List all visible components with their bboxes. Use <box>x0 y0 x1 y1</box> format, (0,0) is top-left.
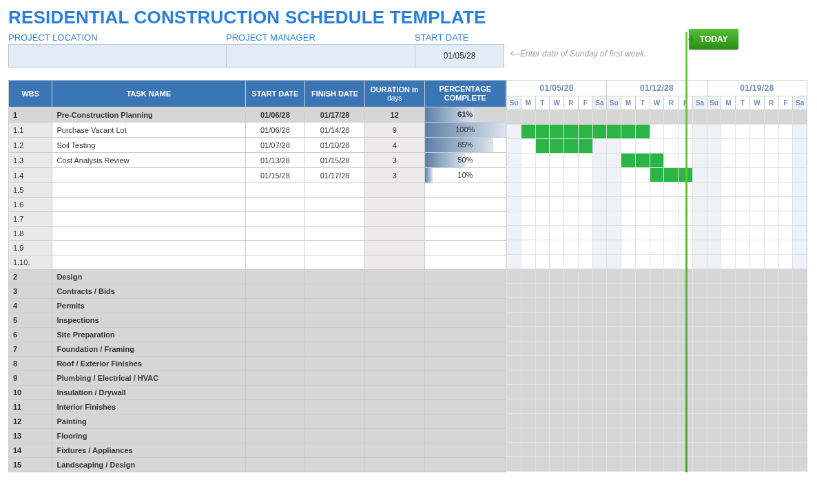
gantt-row[interactable] <box>506 211 807 226</box>
table-row[interactable]: 5Inspections <box>9 313 506 328</box>
gantt-day-header: Sa <box>792 96 807 110</box>
gantt-row[interactable] <box>506 313 807 327</box>
gantt-day-header: W <box>749 96 764 110</box>
table-row[interactable]: 1.3Cost Analysis Review01/13/2801/15/283… <box>9 153 506 168</box>
gantt-row[interactable] <box>506 414 807 428</box>
gantt-row[interactable] <box>506 298 807 313</box>
table-row[interactable]: 1.9 <box>9 241 506 255</box>
table-row[interactable]: 1.401/15/2801/17/28310% <box>9 168 506 183</box>
table-row[interactable]: 13Flooring <box>9 429 506 443</box>
col-start[interactable]: START DATE <box>245 81 305 107</box>
gantt-row[interactable] <box>506 399 807 414</box>
project-manager-label: PROJECT MANAGER <box>226 31 415 44</box>
table-row[interactable]: 1.1Purchase Vacant Lot01/06/2801/14/2891… <box>9 123 506 138</box>
table-row[interactable]: 3Contracts / Bids <box>9 284 506 299</box>
gantt-chart[interactable]: 01/05/2801/12/2801/19/28 SuMTWRFSaSuMTWR… <box>506 80 807 472</box>
col-finish[interactable]: FINISH DATE <box>305 81 365 107</box>
gantt-day-header: Sa <box>592 96 607 110</box>
gantt-day-header: M <box>621 96 635 110</box>
table-row[interactable]: 4Permits <box>9 299 506 313</box>
gantt-day-header: M <box>521 96 535 110</box>
col-wbs[interactable]: WBS <box>9 81 52 107</box>
table-row[interactable]: 7Foundation / Framing <box>9 342 506 357</box>
table-row[interactable]: 12Painting <box>9 414 506 429</box>
task-table[interactable]: WBS TASK NAME START DATE FINISH DATE DUR… <box>8 80 506 472</box>
today-line <box>685 32 687 472</box>
gantt-row[interactable] <box>506 240 807 255</box>
table-row[interactable]: 14Fixtures / Appliances <box>9 443 506 458</box>
gantt-day-header: T <box>635 96 650 110</box>
gantt-week-header: 01/12/28 <box>606 81 706 96</box>
gantt-week-header: 01/05/28 <box>506 81 606 96</box>
col-task[interactable]: TASK NAME <box>52 81 245 107</box>
table-row[interactable]: 1.10. <box>9 255 506 270</box>
gantt-row[interactable] <box>506 154 807 168</box>
gantt-row[interactable] <box>506 139 807 154</box>
gantt-day-header: W <box>549 96 563 110</box>
table-row[interactable]: 1.5 <box>9 183 506 198</box>
col-duration[interactable]: DURATION indays <box>364 81 424 107</box>
gantt-row[interactable] <box>506 385 807 399</box>
table-row[interactable]: 15Landscaping / Design <box>9 458 506 472</box>
gantt-day-header: W <box>650 96 664 110</box>
gantt-row[interactable] <box>506 125 807 139</box>
table-row[interactable]: 6Site Preparation <box>9 328 506 342</box>
page-title: RESIDENTIAL CONSTRUCTION SCHEDULE TEMPLA… <box>8 7 809 28</box>
gantt-week-header: 01/19/28 <box>707 81 807 96</box>
gantt-day-header: T <box>535 96 550 110</box>
gantt-day-header: R <box>563 96 578 110</box>
table-row[interactable]: 10Insulation / Drywall <box>9 386 506 400</box>
table-row[interactable]: 9Plumbing / Electrical / HVAC <box>9 371 506 386</box>
table-row[interactable]: 1.2Soil Testing01/07/2801/10/28485% <box>9 138 506 153</box>
gantt-row[interactable] <box>506 168 807 182</box>
project-location-input[interactable] <box>8 44 226 67</box>
gantt-row[interactable] <box>506 284 807 298</box>
gantt-row[interactable] <box>506 327 807 342</box>
table-row[interactable]: 1.8 <box>9 227 506 241</box>
gantt-row[interactable] <box>506 197 807 211</box>
today-flag: TODAY <box>689 29 738 50</box>
table-row[interactable]: 2Design <box>9 270 506 284</box>
start-date-label: START DATE <box>415 31 504 44</box>
gantt-day-header: F <box>578 96 592 110</box>
col-percent[interactable]: PERCENTAGE COMPLETE <box>424 81 506 107</box>
gantt-row[interactable] <box>506 269 807 284</box>
gantt-row[interactable] <box>506 110 807 125</box>
table-row[interactable]: 11Interior Finishes <box>9 400 506 414</box>
gantt-day-header: T <box>735 96 749 110</box>
table-row[interactable]: 8Roof / Exterior Finishes <box>9 357 506 371</box>
table-row[interactable]: 1.6 <box>9 198 506 212</box>
gantt-day-header: M <box>721 96 735 110</box>
gantt-row[interactable] <box>506 255 807 269</box>
project-location-label: PROJECT LOCATION <box>8 31 226 44</box>
gantt-row[interactable] <box>506 226 807 240</box>
gantt-row[interactable] <box>506 457 807 472</box>
table-row[interactable]: 1Pre-Construction Planning01/06/2801/17/… <box>9 107 506 123</box>
gantt-row[interactable] <box>506 443 807 457</box>
gantt-day-header: Su <box>606 96 621 110</box>
start-date-input[interactable]: 01/05/28 <box>415 44 504 67</box>
gantt-row[interactable] <box>506 342 807 356</box>
gantt-day-header: R <box>663 96 678 110</box>
gantt-row[interactable] <box>506 428 807 443</box>
gantt-row[interactable] <box>506 370 807 385</box>
gantt-row[interactable] <box>506 356 807 370</box>
gantt-day-header: F <box>778 96 793 110</box>
gantt-day-header: Su <box>707 96 721 110</box>
gantt-day-header: Sa <box>692 96 707 110</box>
gantt-day-header: Su <box>506 96 521 110</box>
gantt-day-header: R <box>764 96 778 110</box>
project-manager-input[interactable] <box>226 44 415 67</box>
start-date-hint: <--Enter date of Sunday of first week. <box>510 49 646 59</box>
gantt-row[interactable] <box>506 182 807 197</box>
table-row[interactable]: 1.7 <box>9 212 506 227</box>
